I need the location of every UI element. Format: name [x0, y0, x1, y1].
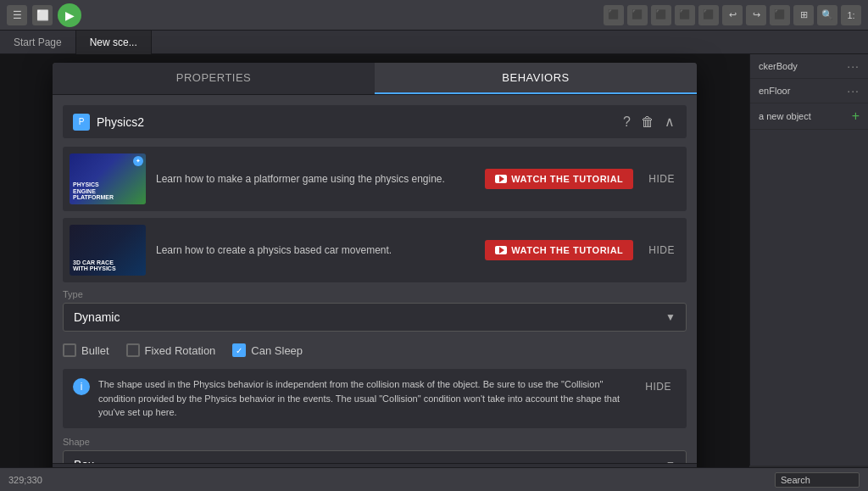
watch-label-2: WATCH THE TUTORIAL	[511, 245, 623, 255]
bullet-checkbox-box[interactable]	[63, 343, 76, 357]
tutorial-thumb-2: 3D CAR RACEWITH PHYSICS	[70, 225, 146, 276]
physics-actions: ? 🗑 ∧	[621, 112, 676, 131]
info-text: The shape used in the Physics behavior i…	[98, 377, 632, 420]
youtube-icon-1	[495, 175, 507, 183]
shape-label: Shape	[63, 437, 687, 447]
right-panel-label-2: enFloor	[759, 86, 790, 96]
right-panel-label-3: a new object	[759, 111, 811, 121]
youtube-icon-2	[495, 246, 507, 254]
tutorial-text-2: Learn how to create a physics based car …	[156, 244, 475, 256]
thumb-label-1: PHYSICSENGINEPLATFORMER	[73, 181, 114, 201]
right-panel-item-2: enFloor ···	[750, 79, 868, 103]
toolbar-btn-4[interactable]: ⬛	[675, 5, 695, 25]
tab-behaviors[interactable]: BEHAVIORS	[375, 63, 697, 94]
right-panel-dots-2[interactable]: ···	[847, 84, 860, 98]
toolbar-btn-2[interactable]: ⬛	[627, 5, 648, 25]
type-dropdown-arrow: ▼	[665, 311, 676, 323]
shape-field-group: Shape Box ▼	[63, 437, 687, 464]
info-icon: i	[73, 378, 90, 395]
toolbar-btn-grid[interactable]: ⊞	[793, 5, 814, 25]
toolbar-btn-num[interactable]: 1:	[841, 5, 861, 25]
tutorial-card-1: ✦ PHYSICSENGINEPLATFORMER Learn how to m…	[63, 147, 687, 211]
info-box: i The shape used in the Physics behavior…	[63, 369, 687, 428]
physics-help-button[interactable]: ?	[621, 113, 632, 131]
dialog-tabs: PROPERTIES BEHAVIORS	[53, 63, 697, 95]
checkboxes-row: Bullet Fixed Rotation Can Sleep	[63, 340, 687, 360]
right-panel-dots-1[interactable]: ···	[847, 59, 860, 73]
type-dropdown[interactable]: Dynamic ▼	[63, 303, 687, 332]
search-input[interactable]	[775, 472, 860, 488]
coordinates-display: 329;330	[8, 475, 42, 485]
physics-delete-button[interactable]: 🗑	[639, 113, 656, 131]
hide-tutorial-2-button[interactable]: HIDE	[643, 241, 680, 259]
type-label: Type	[63, 289, 687, 299]
toolbar-btn-redo[interactable]: ↪	[746, 5, 766, 25]
checkbox-fixed-rotation[interactable]: Fixed Rotation	[126, 343, 216, 357]
physics-icon: P	[73, 114, 90, 131]
watch-label-1: WATCH THE TUTORIAL	[511, 174, 623, 184]
tutorial-card-2: 3D CAR RACEWITH PHYSICS Learn how to cre…	[63, 218, 687, 282]
watch-tutorial-1-button[interactable]: WATCH THE TUTORIAL	[485, 169, 633, 189]
right-panel-item-3[interactable]: a new object +	[750, 103, 868, 130]
right-panel-label-1: ckerBody	[759, 61, 798, 71]
watch-tutorial-2-button[interactable]: WATCH THE TUTORIAL	[485, 240, 633, 260]
right-panel-item-1: ckerBody ···	[750, 54, 868, 79]
dialog-content: P Physics2 ? 🗑 ∧ ✦ PHYSICSENGINEPLATFORM…	[53, 95, 697, 463]
checkbox-can-sleep[interactable]: Can Sleep	[232, 343, 303, 357]
tab-properties[interactable]: PROPERTIES	[53, 63, 375, 94]
tabs-bar: Start Page New sce...	[0, 31, 868, 54]
toolbar-btn-3[interactable]: ⬛	[651, 5, 671, 25]
toolbar-btn-6[interactable]: ⬛	[770, 5, 790, 25]
dialog-overlay: PROPERTIES BEHAVIORS P Physics2 ? 🗑 ∧ ✦ …	[0, 54, 749, 467]
tutorial-thumb-1: ✦ PHYSICSENGINEPLATFORMER	[70, 153, 146, 204]
bottom-bar: 329;330	[0, 467, 868, 491]
physics-title: Physics2	[97, 115, 621, 129]
properties-dialog: PROPERTIES BEHAVIORS P Physics2 ? 🗑 ∧ ✦ …	[53, 63, 697, 491]
tutorial-text-1: Learn how to make a platformer game usin…	[156, 173, 475, 185]
hide-tutorial-1-button[interactable]: HIDE	[643, 170, 680, 188]
bullet-label: Bullet	[81, 344, 109, 357]
toolbar-icon-2[interactable]: ⬜	[32, 5, 53, 25]
toolbar-icon-1[interactable]: ☰	[7, 5, 27, 25]
thumb-label-2: 3D CAR RACEWITH PHYSICS	[73, 259, 116, 272]
tab-new-scene[interactable]: New sce...	[76, 31, 152, 54]
shape-dropdown[interactable]: Box ▼	[63, 450, 687, 464]
add-object-button[interactable]: +	[852, 109, 860, 124]
can-sleep-checkbox-box[interactable]	[232, 343, 246, 357]
tab-start-page[interactable]: Start Page	[0, 31, 76, 54]
toolbar-btn-search[interactable]: 🔍	[817, 5, 837, 25]
physics-header: P Physics2 ? 🗑 ∧	[63, 105, 687, 138]
type-value: Dynamic	[74, 310, 120, 324]
physics-collapse-button[interactable]: ∧	[663, 112, 676, 131]
thumb-badge-1: ✦	[133, 156, 143, 166]
toolbar-btn-undo[interactable]: ↩	[722, 5, 743, 25]
fixed-rotation-checkbox-box[interactable]	[126, 343, 140, 357]
hide-info-button[interactable]: HIDE	[640, 377, 676, 396]
toolbar: ☰ ⬜ ▶ ⬛ ⬛ ⬛ ⬛ ⬛ ↩ ↪ ⬛ ⊞ 🔍 1:	[0, 0, 868, 31]
toolbar-btn-1[interactable]: ⬛	[604, 5, 624, 25]
right-panel: ckerBody ··· enFloor ··· a new object +	[749, 54, 868, 466]
can-sleep-label: Can Sleep	[251, 344, 303, 357]
fixed-rotation-label: Fixed Rotation	[145, 344, 216, 357]
toolbar-btn-5[interactable]: ⬛	[698, 5, 719, 25]
type-field-group: Type Dynamic ▼	[63, 289, 687, 332]
play-button[interactable]: ▶	[58, 3, 81, 27]
checkbox-bullet[interactable]: Bullet	[63, 343, 109, 357]
